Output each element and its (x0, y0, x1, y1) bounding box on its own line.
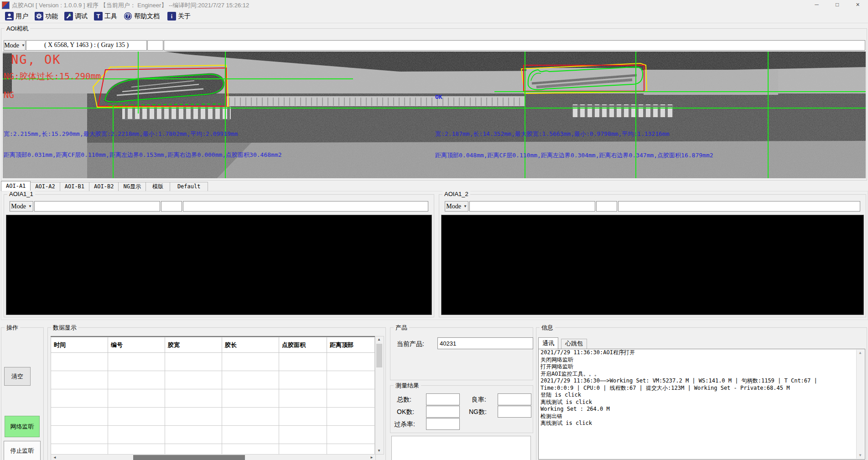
maximize-button[interactable]: □ (827, 0, 847, 10)
menu-item-about[interactable]: i 关于 (165, 11, 193, 21)
ok-count-label: OK数: (397, 408, 414, 416)
scroll-right-icon[interactable]: ► (368, 455, 375, 460)
data-table[interactable]: 时间 编号 胶宽 胶长 点胶面积 距离顶部 (51, 336, 375, 455)
tab-aoi-b2[interactable]: AOI-B2 (89, 182, 119, 191)
panel-label: AOIA1_2 (442, 191, 470, 197)
panel1-field-1[interactable] (34, 201, 160, 212)
menu-item-label: 关于 (178, 12, 191, 21)
stop-listen-button[interactable]: 停止监听 (4, 441, 41, 460)
table-row[interactable] (51, 389, 375, 408)
total-field[interactable] (426, 393, 460, 405)
camera-coords-field[interactable]: ( X 6568, Y 1463 ) : ( Gray 135 ) (26, 40, 147, 51)
tools-icon: T (94, 12, 103, 21)
table-row[interactable] (51, 371, 375, 389)
panel2-mode-dropdown[interactable]: Mode ▼ (445, 201, 468, 212)
comm-log[interactable]: 2021/7/29 11:36:30:AOI程序打开 关闭网络监听 打开网络监听… (538, 349, 865, 460)
table-row[interactable] (51, 353, 375, 371)
app-icon (2, 1, 10, 9)
log-line: 打开网络监听 (539, 363, 865, 371)
current-product-label: 当前产品: (397, 340, 424, 348)
log-line: 登陆 is click (539, 392, 865, 399)
column-header-dist-top[interactable]: 距离顶部 (327, 337, 375, 353)
chevron-down-icon: ▼ (463, 204, 467, 208)
table-horizontal-scrollbar[interactable]: ◄ ► (51, 454, 376, 460)
overlay-left-metrics-1: 宽:2.215mm,长:15.290mm,最大胶宽:2.2218mm,最小:1.… (4, 130, 238, 138)
scrollbar-thumb[interactable] (376, 344, 382, 367)
column-header-id[interactable]: 编号 (108, 337, 165, 353)
menu-item-label: 调试 (75, 12, 88, 21)
minimize-button[interactable]: ─ (806, 0, 827, 10)
scroll-up-icon[interactable]: ▲ (857, 350, 864, 356)
current-product-input[interactable] (437, 337, 533, 349)
clear-button[interactable]: 清空 (4, 367, 31, 386)
mode-label: Mode (446, 203, 461, 210)
panel2-field-1[interactable] (469, 201, 595, 212)
scroll-up-icon[interactable]: ▲ (375, 336, 383, 343)
overlay-ng-label: NG (4, 90, 14, 100)
svg-text:T: T (97, 13, 100, 20)
menu-item-label: 工具 (104, 12, 117, 21)
overkill-field[interactable] (426, 418, 460, 430)
tab-aoi-a1[interactable]: AOI-A1 (1, 181, 31, 191)
scroll-down-icon[interactable]: ▼ (375, 448, 383, 454)
close-button[interactable]: × (847, 0, 868, 10)
scroll-left-icon[interactable]: ◄ (51, 455, 58, 460)
overlay-ng-reason: NG:胶体过长:15.290mm, (4, 71, 106, 83)
camera-small-field[interactable] (147, 40, 163, 51)
table-row[interactable] (51, 426, 375, 444)
total-label: 总数: (397, 396, 411, 404)
tab-aoi-a2[interactable]: AOI-A2 (31, 182, 60, 191)
column-header-glue-length[interactable]: 胶长 (222, 337, 279, 353)
panel2-field-3[interactable] (618, 201, 860, 212)
menu-item-user[interactable]: 用户 (3, 11, 31, 21)
camera-mode-dropdown[interactable]: Mode ▼ (4, 40, 26, 51)
title-bar: 点胶AOI [ Version : 1.0.0.9 ] 程序 【当前用户： En… (0, 0, 868, 10)
camera-image[interactable]: NG, OK NG:胶体过长:15.290mm, NG OK 宽:2.215mm… (3, 52, 866, 178)
column-header-time[interactable]: 时间 (51, 337, 108, 353)
table-row[interactable] (51, 444, 375, 455)
menu-item-debug[interactable]: 调试 (62, 11, 90, 21)
ng-count-field[interactable] (498, 406, 531, 418)
overkill-label: 过杀率: (394, 420, 415, 429)
panel1-image-screen (6, 215, 432, 315)
panel1-field-2[interactable] (161, 201, 182, 212)
scroll-down-icon[interactable]: ▼ (857, 452, 864, 459)
mode-label: Mode (4, 42, 19, 49)
info-group: 信息 通讯 心跳包 2021/7/29 11:36:30:AOI程序打开 关闭网… (536, 327, 867, 460)
scrollbar-thumb[interactable] (133, 455, 245, 460)
overlay-right-metrics-2: 距离顶部0.048mm,距离CF层0.110mm,距离左边界0.304mm,距离… (435, 151, 713, 160)
view-tabstrip: AOI-A1 AOI-A2 AOI-B1 AOI-B2 NG显示 模版 Defa… (1, 181, 208, 191)
camera-group-label: AOI相机 (5, 25, 30, 33)
panel2-field-2[interactable] (596, 201, 617, 212)
tab-heartbeat[interactable]: 心跳包 (561, 339, 587, 349)
table-vertical-scrollbar[interactable]: ▲ ▼ (375, 336, 384, 455)
tab-ng-display[interactable]: NG显示 (119, 182, 146, 191)
log-line: 离线测试 is click (539, 420, 865, 427)
table-row[interactable] (51, 408, 375, 426)
tab-template[interactable]: 模版 (146, 182, 170, 191)
menu-item-tools[interactable]: T 工具 (92, 11, 120, 21)
network-listen-button[interactable]: 网络监听 (5, 416, 40, 437)
menu-item-help[interactable]: ? 帮助文档 (121, 11, 162, 21)
panel-aoia1-2: AOIA1_2 Mode ▼ (439, 194, 866, 317)
ok-count-field[interactable] (426, 406, 460, 418)
menu-item-function[interactable]: 功能 (32, 11, 60, 21)
tab-aoi-b1[interactable]: AOI-B1 (60, 182, 89, 191)
tab-comm[interactable]: 通讯 (538, 337, 558, 349)
results-group: 测量结果 总数: 良率: OK数: NG数: 过杀率: (390, 385, 533, 433)
log-vertical-scrollbar[interactable]: ▲ ▼ (856, 350, 864, 459)
camera-long-field[interactable] (164, 40, 865, 51)
panel1-mode-dropdown[interactable]: Mode ▼ (10, 201, 33, 212)
menu-item-label: 功能 (45, 12, 58, 21)
column-header-glue-area[interactable]: 点胶面积 (279, 337, 327, 353)
camera-image-scene (3, 52, 866, 178)
table-header-row: 时间 编号 胶宽 胶长 点胶面积 距离顶部 (51, 337, 375, 353)
panel-label: AOIA1_1 (7, 191, 35, 197)
yield-field[interactable] (498, 393, 531, 405)
data-display-group-label: 数据显示 (51, 324, 78, 332)
column-header-glue-width[interactable]: 胶宽 (165, 337, 222, 353)
tab-default[interactable]: Default (170, 182, 208, 191)
selected-cell[interactable] (51, 353, 108, 371)
overlay-left-metrics-2: 距离顶部0.031mm,距离CF层0.110mm,距离左边界0.153mm,距离… (4, 151, 282, 159)
panel1-field-3[interactable] (183, 201, 428, 212)
